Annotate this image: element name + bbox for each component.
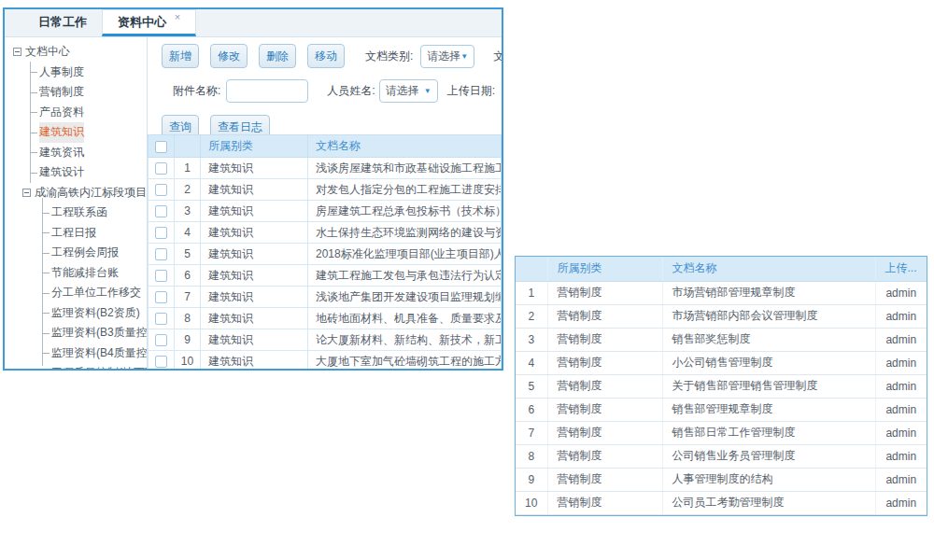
row-index: 7 <box>516 421 547 444</box>
row-doc-name: 水土保持生态环境监测网络的建设与资... <box>308 222 502 244</box>
tree-branch-line <box>42 333 50 334</box>
tree-item[interactable]: 建筑设计 <box>5 162 147 183</box>
tree-item-label: 监理资料(B4质量控制) <box>51 343 148 364</box>
row-checkbox[interactable] <box>155 291 167 303</box>
tree-item[interactable]: 监理资料(B4质量控制) <box>5 343 147 364</box>
tree-item[interactable]: 建筑知识 <box>5 122 147 143</box>
tree-item-label: 建筑知识 <box>39 122 84 143</box>
tree-item[interactable]: 分工单位工作移交 <box>5 283 147 303</box>
filter-area: 新增修改删除移动 文档类别: 请选择 ▼ 文档名称: 附件名称: 人员姓名: 请… <box>148 37 502 134</box>
row-index: 2 <box>516 304 547 328</box>
person-name-select[interactable]: 请选择 ▼ <box>379 79 438 103</box>
tree-branch-line <box>42 293 50 294</box>
left-table-header-row: 所属别类 文档名称 <box>149 135 502 158</box>
table-row[interactable]: 6营销制度销售部管理规章制度admin <box>516 398 927 421</box>
row-uploader: admin <box>875 421 927 444</box>
row-uploader: admin <box>875 468 927 491</box>
row-checkbox[interactable] <box>155 248 167 260</box>
attachment-name-input[interactable] <box>226 79 308 103</box>
row-checkbox[interactable] <box>155 313 167 325</box>
doc-category-value: 请选择 <box>427 49 460 64</box>
tree-item[interactable]: 监理资料(B3质量控制) <box>5 323 147 343</box>
row-uploader: admin <box>875 281 927 304</box>
tree-item[interactable]: 工程日报 <box>5 223 147 244</box>
select-all-checkbox[interactable] <box>155 141 167 153</box>
table-row[interactable]: 4营销制度小公司销售管理制度admin <box>516 351 927 374</box>
row-checkbox[interactable] <box>155 162 167 175</box>
table-row[interactable]: 5建筑知识2018标准化监理项目部(业主项目部)人员... <box>149 244 502 265</box>
table-row[interactable]: 10营销制度公司员工考勤管理制度admin <box>516 491 927 514</box>
chevron-down-icon: ▼ <box>460 52 468 61</box>
row-doc-name: 销售部管理规章制度 <box>662 398 875 421</box>
row-category: 营销制度 <box>547 468 662 491</box>
table-row[interactable]: 2建筑知识对发包人指定分包的工程施工进度安排... <box>149 179 502 201</box>
row-index: 9 <box>516 468 547 491</box>
tree-item[interactable]: 文档中心 <box>5 42 147 63</box>
row-uploader: admin <box>875 328 927 351</box>
tree-branch-line <box>42 213 50 214</box>
row-doc-name: 大厦地下室加气砼墙砌筑工程的施工方... <box>308 351 502 371</box>
table-row[interactable]: 3营销制度销售部奖惩制度admin <box>516 328 927 351</box>
tree-item[interactable]: 工程联系函 <box>5 203 147 223</box>
row-checkbox[interactable] <box>155 270 167 282</box>
tree-item[interactable]: 营销制度 <box>5 82 147 103</box>
tree-item[interactable]: 工程例会周报 <box>5 243 147 263</box>
row-index: 3 <box>175 201 201 222</box>
tab-data-center[interactable]: 资料中心 × <box>102 9 196 36</box>
column-header-index <box>516 257 547 281</box>
table-row[interactable]: 9营销制度人事管理制度的结构admin <box>516 468 927 491</box>
tree-item[interactable]: 建筑资讯 <box>5 143 147 163</box>
tree-item[interactable]: 监理资料(B2资质) <box>5 303 147 324</box>
table-row[interactable]: 4建筑知识水土保持生态环境监测网络的建设与资... <box>149 222 502 244</box>
column-header-uploader: 上传... <box>875 257 927 281</box>
tree-item[interactable]: 产品资料 <box>5 103 147 123</box>
tree-branch-line <box>30 173 37 174</box>
table-row[interactable]: 9建筑知识论大厦新材料、新结构、新技术，新工... <box>149 329 502 351</box>
collapse-icon[interactable] <box>13 48 21 56</box>
table-row[interactable]: 5营销制度关于销售部管理销售管理制度admin <box>516 374 927 398</box>
action-button-2[interactable]: 删除 <box>259 44 296 68</box>
table-row[interactable]: 6建筑知识建筑工程施工发包与承包违法行为认定... <box>149 265 502 287</box>
tree-branch-line <box>30 92 37 93</box>
table-row[interactable]: 2营销制度市场营销部内部会议管理制度admin <box>516 304 927 328</box>
tab-daily-work[interactable]: 日常工作 <box>23 9 102 36</box>
doc-name-label: 文档名称: <box>493 49 502 64</box>
table-row[interactable]: 10建筑知识大厦地下室加气砼墙砌筑工程的施工方... <box>149 351 502 371</box>
table-row[interactable]: 8营销制度公司销售业务员管理制度admin <box>516 444 927 468</box>
table-row[interactable]: 8建筑知识地砖地面材料、机具准备、质量要求及... <box>149 308 502 329</box>
doc-category-select[interactable]: 请选择 ▼ <box>420 45 474 68</box>
row-checkbox[interactable] <box>155 334 167 346</box>
row-checkbox[interactable] <box>155 356 167 368</box>
tree-item[interactable]: 工程质量控制(地下室) <box>5 363 147 370</box>
row-checkbox[interactable] <box>155 184 167 196</box>
row-doc-name: 市场营销部内部会议管理制度 <box>662 304 875 328</box>
table-row[interactable]: 3建筑知识房屋建筑工程总承包投标书（技术标）... <box>149 201 502 222</box>
table-row[interactable]: 1建筑知识浅谈房屋建筑和市政基础设施工程施工... <box>149 158 502 179</box>
tree-item-label: 产品资料 <box>39 103 84 123</box>
row-index: 2 <box>175 179 201 201</box>
tree-item[interactable]: 节能减排台账 <box>5 263 147 284</box>
tree-item-label: 营销制度 <box>39 82 84 103</box>
tree-item[interactable]: 人事制度 <box>5 63 147 83</box>
row-category: 建筑知识 <box>201 222 308 244</box>
row-index: 10 <box>516 491 547 514</box>
collapse-icon[interactable] <box>22 189 31 197</box>
action-button-1[interactable]: 修改 <box>210 44 248 68</box>
action-button-3[interactable]: 移动 <box>307 44 345 68</box>
row-category: 营销制度 <box>547 328 662 351</box>
row-doc-name: 浅谈房屋建筑和市政基础设施工程施工... <box>308 158 502 179</box>
table-row[interactable]: 1营销制度市场营销部管理规章制度admin <box>516 281 927 304</box>
row-index: 5 <box>516 374 547 398</box>
table-row[interactable]: 7建筑知识浅谈地产集团开发建设项目监理规划编... <box>149 287 502 308</box>
table-row[interactable]: 7营销制度销售部日常工作管理制度admin <box>516 421 927 444</box>
tree-item[interactable]: 成渝高铁内江标段项目 <box>5 183 147 203</box>
row-checkbox[interactable] <box>155 205 167 217</box>
tree-branch-line <box>42 232 50 233</box>
action-button-0[interactable]: 新增 <box>162 44 199 68</box>
row-category: 建筑知识 <box>201 179 308 201</box>
row-doc-name: 销售部奖惩制度 <box>662 328 875 351</box>
row-category: 营销制度 <box>547 444 662 468</box>
row-uploader: admin <box>875 444 927 468</box>
close-icon[interactable]: × <box>175 11 180 22</box>
row-checkbox[interactable] <box>155 227 167 239</box>
